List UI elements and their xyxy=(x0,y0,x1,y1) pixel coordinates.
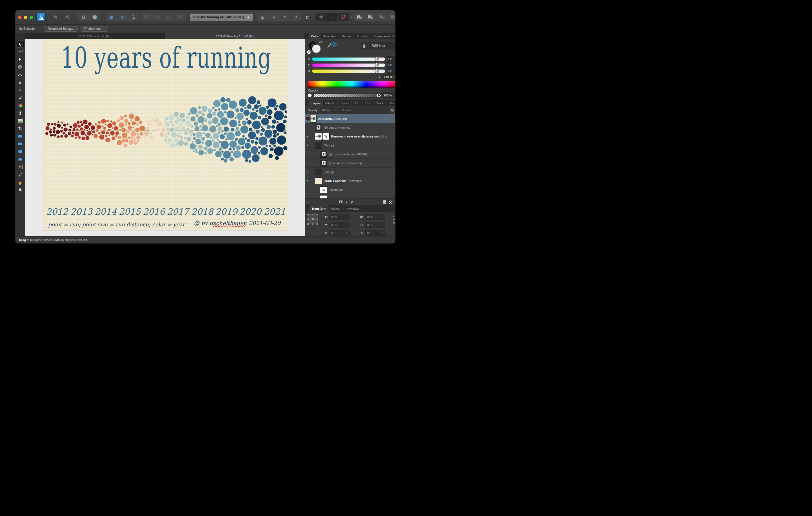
run-data-point[interactable] xyxy=(80,127,83,130)
run-data-point[interactable] xyxy=(171,132,177,138)
year-label[interactable]: 2016 xyxy=(143,207,165,217)
run-data-point[interactable] xyxy=(231,128,234,131)
run-data-point[interactable] xyxy=(192,141,194,143)
blend-mode-select[interactable]: Normal▲▼ xyxy=(340,108,389,113)
run-data-point[interactable] xyxy=(224,159,228,162)
fill-gradient-tool[interactable] xyxy=(16,102,24,109)
run-data-point[interactable] xyxy=(95,123,97,125)
run-data-point[interactable] xyxy=(258,146,261,149)
run-data-point[interactable] xyxy=(193,133,196,136)
document-setup-button[interactable]: Document Setup… xyxy=(44,26,78,32)
run-data-point[interactable] xyxy=(153,122,154,123)
run-data-point[interactable] xyxy=(244,107,246,109)
boolean-add-icon[interactable]: + xyxy=(354,13,365,22)
move-snap-icon[interactable]: → xyxy=(326,13,338,22)
run-data-point[interactable] xyxy=(242,135,245,138)
run-data-point[interactable] xyxy=(202,123,204,125)
run-data-point[interactable] xyxy=(201,142,204,144)
disclosure-right-icon[interactable]: ▶ xyxy=(305,135,310,138)
run-data-point[interactable] xyxy=(137,140,139,142)
run-data-point[interactable] xyxy=(57,124,61,128)
run-data-point[interactable] xyxy=(276,105,279,108)
run-data-point[interactable] xyxy=(269,145,271,147)
run-data-point[interactable] xyxy=(186,137,191,142)
run-data-point[interactable] xyxy=(61,122,63,124)
run-data-point[interactable] xyxy=(110,131,115,136)
panel-grip[interactable]: ∥ xyxy=(307,207,308,210)
year-label[interactable]: 2020 xyxy=(239,207,261,217)
rounded-rectangle-tool[interactable] xyxy=(16,148,24,155)
color-lock-icon[interactable] xyxy=(361,42,368,49)
run-data-point[interactable] xyxy=(117,135,121,139)
run-data-point[interactable] xyxy=(179,119,181,121)
run-data-point[interactable] xyxy=(106,120,109,122)
year-label[interactable]: 2013 xyxy=(70,207,92,217)
run-data-point[interactable] xyxy=(259,107,267,115)
run-data-point[interactable] xyxy=(239,99,247,107)
run-data-point[interactable] xyxy=(187,127,190,130)
layer-row[interactable]: T(point = run; point-size =)✓ xyxy=(305,159,395,168)
artwork-credit[interactable]: @ by gscheithauer, 2021-03-20 xyxy=(194,220,281,226)
run-data-point[interactable] xyxy=(169,115,174,121)
run-data-point[interactable] xyxy=(135,116,140,121)
document-title-pill[interactable]: 2021-03 Running Art_v02 (62.0%) ∗ xyxy=(190,13,253,21)
run-data-point[interactable] xyxy=(189,130,193,134)
run-data-point[interactable] xyxy=(250,112,258,120)
run-data-point[interactable] xyxy=(68,132,71,135)
run-data-point[interactable] xyxy=(240,125,249,133)
layer-row[interactable]: ◐(Recolor Adjustment)✓ xyxy=(305,194,395,199)
run-data-point[interactable] xyxy=(112,121,116,125)
run-data-point[interactable] xyxy=(186,121,192,126)
run-data-point[interactable] xyxy=(151,124,156,129)
run-data-point[interactable] xyxy=(227,111,234,118)
run-data-point[interactable] xyxy=(201,137,205,141)
run-data-point[interactable] xyxy=(242,150,252,159)
run-data-point[interactable] xyxy=(254,104,259,109)
run-data-point[interactable] xyxy=(174,138,178,143)
run-data-point[interactable] xyxy=(135,128,139,132)
rotation-field[interactable]: 0 °▼ xyxy=(329,230,349,236)
run-data-point[interactable] xyxy=(106,131,109,134)
rotate-canvas-icon[interactable] xyxy=(128,13,139,22)
run-data-point[interactable] xyxy=(58,121,60,123)
run-data-point[interactable] xyxy=(220,134,225,139)
run-data-point[interactable] xyxy=(245,118,248,121)
h-field[interactable]: 0 px xyxy=(365,222,385,228)
run-data-point[interactable] xyxy=(139,121,142,124)
run-data-point[interactable] xyxy=(181,126,186,131)
panel-grip[interactable]: ∥ xyxy=(307,102,308,105)
run-data-point[interactable] xyxy=(164,121,165,123)
run-data-point[interactable] xyxy=(108,129,111,131)
artistic-text-tool[interactable]: T xyxy=(16,163,24,171)
run-data-point[interactable] xyxy=(236,127,239,130)
run-data-point[interactable] xyxy=(153,132,158,138)
run-data-point[interactable] xyxy=(276,123,285,132)
run-data-point[interactable] xyxy=(178,130,181,132)
link-dimensions-icon[interactable] xyxy=(392,216,394,226)
run-data-point[interactable] xyxy=(218,109,220,111)
arrange-backward-icon[interactable] xyxy=(152,13,163,22)
run-data-point[interactable] xyxy=(165,139,167,142)
run-data-point[interactable] xyxy=(245,159,248,162)
run-data-point[interactable] xyxy=(236,113,244,120)
run-data-point[interactable] xyxy=(194,122,198,126)
run-data-point[interactable] xyxy=(191,116,196,121)
blue-value-field[interactable]: EB xyxy=(387,68,395,74)
rotate-ccw-icon[interactable]: ↶ xyxy=(279,13,290,22)
run-data-point[interactable] xyxy=(154,118,159,123)
run-data-point[interactable] xyxy=(238,121,240,123)
style-picker-tool[interactable] xyxy=(16,171,24,178)
beeswarm-svg[interactable] xyxy=(44,39,289,230)
run-data-point[interactable] xyxy=(216,125,218,127)
run-data-point[interactable] xyxy=(122,132,127,138)
run-data-point[interactable] xyxy=(129,114,134,119)
run-data-point[interactable] xyxy=(128,136,131,139)
run-data-point[interactable] xyxy=(156,138,160,141)
run-data-point[interactable] xyxy=(177,117,179,119)
run-data-point[interactable] xyxy=(91,125,95,130)
blue-slider-handle[interactable] xyxy=(375,69,378,73)
swap-fill-stroke-icon[interactable]: ↺ xyxy=(319,40,322,44)
run-data-point[interactable] xyxy=(46,126,50,130)
run-data-point[interactable] xyxy=(195,149,197,151)
run-data-point[interactable] xyxy=(196,145,198,146)
